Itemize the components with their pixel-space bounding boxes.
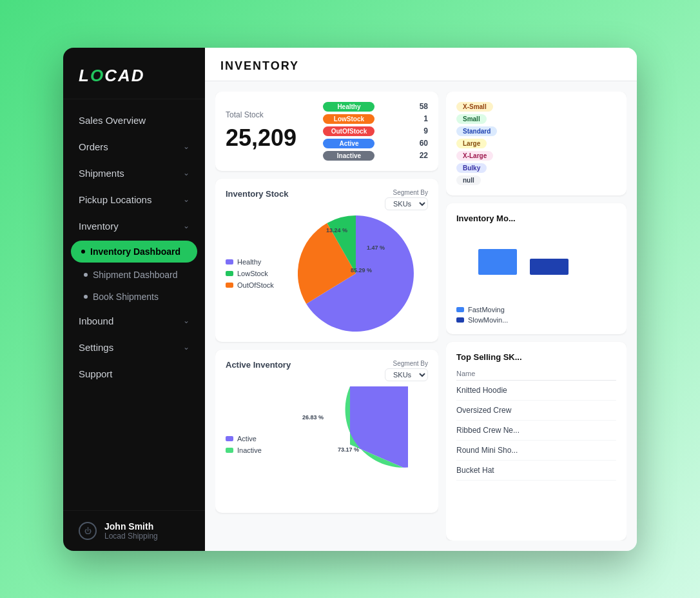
- page-header: INVENTORY: [205, 48, 637, 81]
- inventory-stock-card: Inventory Stock Segment By SKUs: [215, 179, 438, 342]
- dot-icon: [84, 273, 88, 277]
- sidebar-item-pickup-locations[interactable]: Pickup Locations ⌄: [63, 186, 205, 213]
- sidebar-item-sales-overview[interactable]: Sales Overview: [63, 107, 205, 134]
- chevron-down-icon: ⌄: [183, 195, 190, 204]
- active-value: 60: [409, 139, 428, 148]
- active-inventory-card: Active Inventory Segment By SKUs: [215, 350, 438, 513]
- sidebar-item-inventory-dashboard[interactable]: Inventory Dashboard: [71, 241, 197, 263]
- size-badges: X-Small Small Standard Large X-Large Bul…: [456, 102, 616, 185]
- legend-color-lowstock: [226, 271, 233, 276]
- logo: LOCAD: [79, 66, 190, 86]
- user-name: John Smith: [104, 521, 158, 532]
- active-inventory-title: Active Inventory: [226, 360, 291, 370]
- table-row: Knitted Hoodie: [456, 380, 616, 400]
- small-badge: Small: [456, 114, 487, 124]
- lowstock-badge: LowStock: [323, 114, 374, 124]
- user-subtitle: Locad Shipping: [104, 532, 158, 541]
- stat-row: Healthy 58: [323, 102, 428, 112]
- chevron-down-icon: ⌄: [183, 343, 190, 352]
- slow-moving-color: [456, 317, 464, 323]
- product-name: Ribbed Crew Ne...: [456, 420, 616, 440]
- logo-area: LOCAD: [63, 48, 205, 99]
- legend-item-inactive: Inactive: [226, 446, 262, 454]
- segment-by-label-active: Segment By: [393, 360, 428, 367]
- pie-legend: Healthy LowStock OutOfStock: [226, 258, 274, 289]
- xsmall-badge: X-Small: [456, 102, 493, 112]
- xlarge-badge: X-Large: [456, 151, 493, 161]
- chevron-down-icon: ⌄: [183, 221, 190, 230]
- inventory-stock-title: Inventory Stock: [226, 189, 289, 199]
- legend-item-slowmoving: SlowMovin...: [456, 316, 616, 324]
- sidebar-item-shipment-dashboard[interactable]: Shipment Dashboard: [63, 264, 205, 286]
- inactive-value: 22: [409, 151, 428, 160]
- legend-color-healthy: [226, 259, 233, 264]
- name-column-header: Name: [456, 367, 616, 381]
- stock-number-section: Total Stock 25,209: [226, 102, 313, 161]
- stat-row: LowStock 1: [323, 114, 428, 124]
- standard-badge: Standard: [456, 126, 497, 136]
- bulky-badge: Bulky: [456, 163, 487, 173]
- sidebar: LOCAD Sales Overview Orders ⌄ Shipments …: [63, 48, 205, 551]
- sidebar-item-settings[interactable]: Settings ⌄: [63, 334, 205, 361]
- sidebar-item-inbound[interactable]: Inbound ⌄: [63, 308, 205, 334]
- outofstock-badge: OutOfStock: [323, 126, 374, 136]
- inventory-movement-title: Inventory Mo...: [456, 214, 616, 223]
- power-icon[interactable]: ⏻: [79, 522, 97, 540]
- page-title: INVENTORY: [220, 59, 621, 73]
- legend-color-inactive: [226, 448, 233, 453]
- active-segment-select[interactable]: SKUs: [385, 368, 428, 381]
- sidebar-item-orders[interactable]: Orders ⌄: [63, 134, 205, 160]
- segment-select[interactable]: SKUs: [385, 197, 428, 210]
- legend-item-healthy: Healthy: [226, 258, 274, 266]
- legend-color-active: [226, 436, 233, 441]
- left-column: Total Stock 25,209 Healthy 58 LowStock 1: [215, 92, 438, 541]
- active-inventory-pie: [292, 386, 408, 503]
- size-badges-card: X-Small Small Standard Large X-Large Bul…: [446, 92, 627, 195]
- top-selling-table: Name Knitted Hoodie Oversized Crew R: [456, 367, 616, 481]
- stock-stats-section: Healthy 58 LowStock 1 OutOfStock 9 Act: [323, 102, 428, 161]
- chevron-down-icon: ⌄: [183, 142, 190, 151]
- stat-row: OutOfStock 9: [323, 126, 428, 136]
- sidebar-item-shipments[interactable]: Shipments ⌄: [63, 160, 205, 186]
- user-info: John Smith Locad Shipping: [104, 521, 158, 541]
- product-name: Knitted Hoodie: [456, 380, 616, 400]
- legend-item-lowstock: LowStock: [226, 270, 274, 277]
- inventory-stock-pie: [298, 215, 414, 332]
- large-badge: Large: [456, 139, 487, 148]
- table-row: Bucket Hat: [456, 460, 616, 480]
- legend-item-outofstock: OutOfStock: [226, 281, 274, 289]
- top-selling-title: Top Selling SK...: [456, 352, 616, 362]
- inventory-movement-chart: [456, 223, 616, 301]
- sidebar-item-support[interactable]: Support: [63, 361, 205, 387]
- legend-color-outofstock: [226, 283, 233, 288]
- chart-header-active: Active Inventory Segment By SKUs: [226, 360, 428, 381]
- inactive-badge: Inactive: [323, 151, 374, 161]
- healthy-value: 58: [409, 102, 428, 111]
- product-name: Oversized Crew: [456, 400, 616, 420]
- content-area: Total Stock 25,209 Healthy 58 LowStock 1: [205, 81, 637, 551]
- stat-row: Inactive 22: [323, 151, 428, 161]
- active-badge: Active: [323, 139, 374, 148]
- sidebar-item-inventory[interactable]: Inventory ⌄: [63, 213, 205, 239]
- sidebar-nav: Sales Overview Orders ⌄ Shipments ⌄ Pick…: [63, 99, 205, 510]
- sidebar-item-book-shipments[interactable]: Book Shipments: [63, 286, 205, 308]
- movement-legend: FastMoving SlowMovin...: [456, 306, 616, 324]
- chevron-down-icon: ⌄: [183, 168, 190, 177]
- top-selling-card: Top Selling SK... Name Knitted Hoodie: [446, 342, 627, 541]
- product-name: Bucket Hat: [456, 460, 616, 480]
- fast-moving-color: [456, 307, 464, 312]
- pie-container: Healthy LowStock OutOfStock: [226, 215, 428, 332]
- svg-rect-5: [478, 249, 517, 275]
- stat-row: Active 60: [323, 139, 428, 148]
- segment-by-label: Segment By: [393, 189, 428, 196]
- outofstock-value: 9: [409, 126, 428, 135]
- table-row: Round Mini Sho...: [456, 440, 616, 460]
- stock-number: 25,209: [226, 125, 313, 152]
- null-badge: null: [456, 175, 481, 185]
- dot-icon: [84, 295, 88, 299]
- table-row: Oversized Crew: [456, 400, 616, 420]
- chart-header: Inventory Stock Segment By SKUs: [226, 189, 428, 210]
- active-dot: [81, 250, 85, 254]
- lowstock-value: 1: [409, 114, 428, 123]
- legend-item-active: Active: [226, 435, 262, 443]
